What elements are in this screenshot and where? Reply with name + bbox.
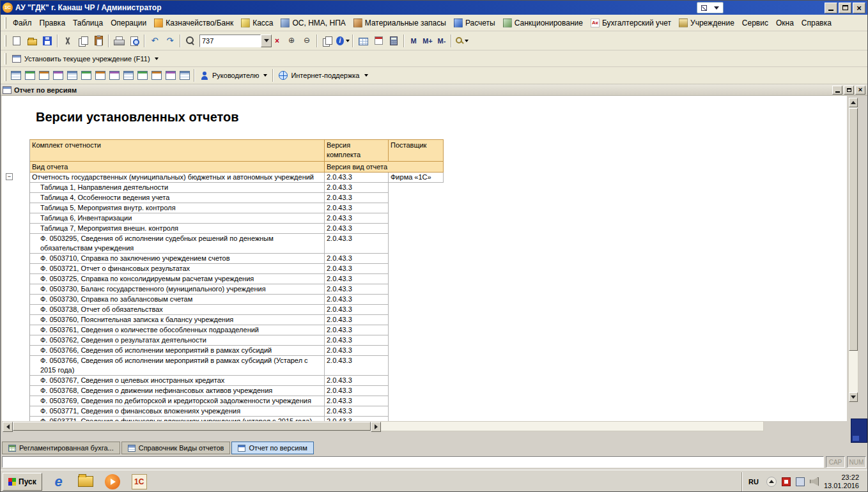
toolbar-grip[interactable] xyxy=(4,35,6,47)
table-row[interactable]: Ф. 0503768, Сведения о движении нефинанс… xyxy=(30,386,444,396)
window-tab[interactable]: Отчет по версиям xyxy=(231,442,313,454)
table-button[interactable] xyxy=(355,33,371,48)
close-button[interactable]: × xyxy=(853,3,865,13)
menu-item-treasury-bank[interactable]: Казначейство/Банк xyxy=(150,17,237,29)
internet-support-button[interactable]: Интернет-поддержка xyxy=(275,68,371,82)
print-button[interactable] xyxy=(111,33,127,48)
chart-button[interactable] xyxy=(37,68,51,82)
table-row[interactable]: Таблица 4, Особенности ведения учета2.0.… xyxy=(30,193,444,203)
show-hidden-icons-button[interactable] xyxy=(766,477,777,487)
table-row[interactable]: Таблица 5, Мероприятия внутр. контроля2.… xyxy=(30,203,444,213)
menu-item-settlements[interactable]: Расчеты xyxy=(450,17,499,29)
1c-launcher-button[interactable]: 1С xyxy=(130,473,148,491)
scroll-right-button[interactable] xyxy=(371,422,381,432)
horizontal-scroll-thumb[interactable] xyxy=(13,422,371,431)
cut-button[interactable] xyxy=(60,33,75,48)
menubar-grip[interactable] xyxy=(4,17,6,29)
save-button[interactable] xyxy=(40,33,55,48)
start-button[interactable]: Пуск xyxy=(3,473,42,491)
print-forms-button[interactable] xyxy=(136,68,150,82)
set-current-institution-button[interactable]: Установить текущее учреждение (F11) xyxy=(9,52,162,66)
table-row[interactable]: Ф. 0503730, Справка по забалансовым счет… xyxy=(30,295,444,305)
report-minimize-button[interactable] xyxy=(832,86,842,95)
new-document-button[interactable] xyxy=(79,68,93,82)
table-row[interactable]: Ф. 0503721, Отчет о финансовых результат… xyxy=(30,264,444,274)
menu-item-table[interactable]: Таблица xyxy=(69,17,107,29)
service-settings-button[interactable] xyxy=(454,33,469,48)
restore-size-button[interactable] xyxy=(699,3,708,12)
post-document-button[interactable] xyxy=(107,68,121,82)
menu-item-edit[interactable]: Правка xyxy=(36,17,70,29)
menu-item-inventory[interactable]: Материальные запасы xyxy=(350,17,450,29)
menu-item-file[interactable]: Файл xyxy=(9,17,36,29)
table-row[interactable]: Ф. 0503762, Сведения о результатах деяте… xyxy=(30,335,444,346)
import-button[interactable] xyxy=(164,68,178,82)
minimize-button[interactable] xyxy=(825,3,837,13)
menu-item-windows[interactable]: Окна xyxy=(772,17,798,29)
duplicate-button[interactable] xyxy=(320,33,335,48)
table-row[interactable]: Ф. 0503710, Справка по заключению учрежд… xyxy=(30,254,444,264)
journals-button[interactable] xyxy=(93,68,107,82)
table-row[interactable]: Ф. 0503767, Сведения о целевых иностранн… xyxy=(30,376,444,386)
copy-button[interactable] xyxy=(75,33,91,48)
memory-minus-button[interactable]: M- xyxy=(435,34,449,48)
paste-button[interactable] xyxy=(91,33,106,48)
language-indicator[interactable]: RU xyxy=(746,477,761,487)
toolbar-grip[interactable] xyxy=(4,70,6,81)
table-row[interactable]: Ф. 0503761, Сведения о количестве обособ… xyxy=(30,325,444,335)
window-tab[interactable]: Справочник Виды отчетов xyxy=(121,442,231,454)
print-preview-button[interactable] xyxy=(127,33,142,48)
internet-explorer-button[interactable]: e xyxy=(50,473,68,491)
media-player-button[interactable] xyxy=(104,473,121,491)
table-row[interactable]: Ф. 0503769, Сведения по дебиторской и кр… xyxy=(30,396,444,406)
menu-item-operations[interactable]: Операции xyxy=(107,17,150,29)
vertical-scrollbar[interactable] xyxy=(848,97,858,403)
status-message-field[interactable] xyxy=(2,456,824,468)
table-row[interactable]: Ф. 0503725, Справка по консолидируемым р… xyxy=(30,274,444,284)
table-settings-button[interactable] xyxy=(9,68,23,82)
widget-dropdown-button[interactable] xyxy=(712,3,721,12)
manager-menu-button[interactable]: Руководителю xyxy=(197,68,270,82)
table-row[interactable]: Ф. 0503730, Баланс государственного (мун… xyxy=(30,284,444,295)
zoom-out-button[interactable]: ⊖ xyxy=(299,33,314,48)
table-row[interactable]: Ф. 0503766, Сведения об исполнении мероп… xyxy=(30,346,444,356)
explorer-button[interactable] xyxy=(77,473,95,491)
find-button[interactable] xyxy=(183,33,198,48)
table-row[interactable]: Таблица 6, Инвентаризации2.0.43.3 xyxy=(30,213,444,224)
table-row[interactable]: Ф. 0503738, Отчет об обязательствах2.0.4… xyxy=(30,305,444,315)
table-row[interactable]: Ф. 0503760, Пояснительная записка к бала… xyxy=(30,315,444,325)
table-row[interactable]: Ф. 0503295, Сведения об исполнении судеб… xyxy=(30,234,444,254)
display-tray-icon[interactable] xyxy=(796,477,805,486)
window-tab[interactable]: Регламентированная бухга... xyxy=(2,442,120,454)
toolbar-grip[interactable] xyxy=(4,53,6,65)
menu-item-help[interactable]: Справка xyxy=(798,17,835,29)
documents-button[interactable] xyxy=(65,68,79,82)
table-row[interactable]: Таблица 7, Мероприятия внешн. контроля2.… xyxy=(30,224,444,234)
scale-dropdown-button[interactable] xyxy=(261,35,272,47)
menu-item-institution[interactable]: Учреждение xyxy=(675,17,738,29)
info-button[interactable]: i xyxy=(335,33,350,48)
barcode-button[interactable] xyxy=(178,68,192,82)
export-button[interactable] xyxy=(150,68,164,82)
table-row[interactable]: Отчетность государственных (муниципальны… xyxy=(30,173,444,183)
scale-clear-button[interactable]: × xyxy=(272,35,283,47)
collapse-group-button[interactable]: − xyxy=(6,173,13,180)
scroll-left-button[interactable] xyxy=(3,422,13,432)
memory-plus-button[interactable]: M+ xyxy=(421,34,435,48)
report-restore-button[interactable] xyxy=(844,86,854,95)
table-row[interactable]: Ф. 0503771, Сведения о финансовых вложен… xyxy=(30,417,444,421)
report-close-button[interactable]: × xyxy=(855,86,865,95)
zoom-in-button[interactable]: ⊕ xyxy=(284,33,299,48)
taskbar-clock[interactable]: 23:22 13.01.2016 xyxy=(824,473,862,490)
table-row[interactable]: Ф. 0503771, Сведения о финансовых вложен… xyxy=(30,406,444,417)
open-button[interactable] xyxy=(24,33,40,48)
new-document-button[interactable] xyxy=(9,33,24,48)
unpost-document-button[interactable] xyxy=(121,68,136,82)
table-row[interactable]: Ф. 0503766, Сведения об исполнении мероп… xyxy=(30,356,444,376)
calculator-button[interactable] xyxy=(386,33,401,48)
scroll-up-button[interactable] xyxy=(849,98,858,107)
vertical-scroll-thumb[interactable] xyxy=(849,108,858,351)
scale-input[interactable] xyxy=(199,35,261,47)
menu-item-accounting[interactable]: АкБухгалтерский учет xyxy=(587,17,675,29)
update-button[interactable] xyxy=(51,68,65,82)
